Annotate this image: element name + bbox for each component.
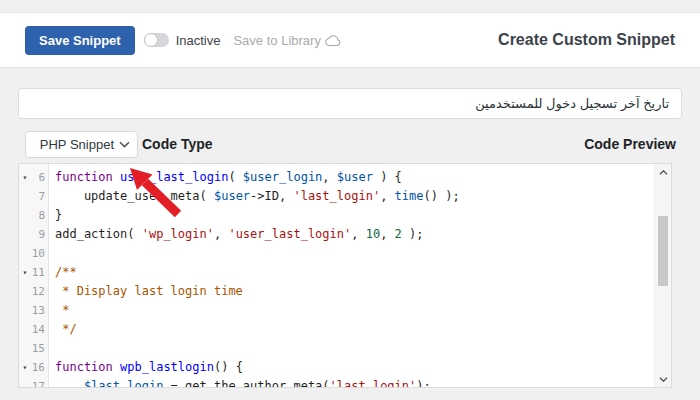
- code-line: 9add_action( 'wp_login', 'user_last_logi…: [19, 225, 654, 244]
- code-text: * Display last login time: [45, 282, 243, 301]
- code-line: 12 * Display last login time: [19, 282, 654, 301]
- line-number: 13: [31, 301, 45, 320]
- line-number: 10: [31, 244, 45, 263]
- status-label: Inactive: [176, 33, 221, 48]
- fold-spacer: [19, 377, 31, 388]
- code-text: */: [45, 320, 77, 339]
- code-text: }: [45, 206, 62, 225]
- line-number: 15: [31, 339, 45, 358]
- chevron-down-icon: [659, 377, 668, 382]
- line-number: 9: [31, 225, 45, 244]
- chevron-up-icon: [659, 170, 668, 175]
- fold-spacer: [19, 244, 31, 263]
- page-title: Create Custom Snippet: [498, 31, 675, 49]
- fold-spacer: [19, 206, 31, 225]
- code-line: 10: [19, 244, 654, 263]
- code-editor[interactable]: ▾6function user_last_login( $user_login,…: [18, 163, 672, 388]
- toggle-knob: [144, 33, 158, 47]
- code-text: [45, 339, 55, 358]
- line-number: 16: [31, 358, 45, 377]
- fold-marker-icon[interactable]: ▾: [19, 168, 31, 187]
- code-preview-label: Code Preview: [584, 131, 676, 158]
- save-to-library-button[interactable]: Save to Library: [233, 33, 341, 48]
- chevron-down-icon: [119, 141, 130, 148]
- code-text: /**: [45, 263, 77, 282]
- cloud-upload-icon: [324, 34, 342, 47]
- scroll-down-button[interactable]: [655, 372, 671, 386]
- code-type-select[interactable]: PHP Snippet: [25, 131, 138, 158]
- create-snippet-page: Save Snippet Inactive Save to Library Cr…: [0, 0, 700, 400]
- code-line: ▾16function wpb_lastlogin() {: [19, 358, 654, 377]
- code-text: function wpb_lastlogin() {: [45, 358, 243, 377]
- code-text: [45, 244, 55, 263]
- save-snippet-button[interactable]: Save Snippet: [25, 26, 135, 55]
- code-lines: ▾6function user_last_login( $user_login,…: [19, 168, 654, 388]
- line-number: 7: [31, 187, 45, 206]
- snippet-title-input[interactable]: [18, 88, 682, 119]
- fold-spacer: [19, 225, 31, 244]
- line-number: 17: [31, 377, 45, 388]
- scrollbar-thumb[interactable]: [658, 216, 668, 286]
- fold-marker-icon[interactable]: ▾: [19, 358, 31, 377]
- code-line: 17 $last_login = get_the_author_meta('la…: [19, 377, 654, 388]
- fold-spacer: [19, 187, 31, 206]
- code-line: ▾6function user_last_login( $user_login,…: [19, 168, 654, 187]
- line-number: 12: [31, 282, 45, 301]
- code-type-selected-value: PHP Snippet: [40, 137, 114, 152]
- code-line: 13 *: [19, 301, 654, 320]
- code-line: ▾11/**: [19, 263, 654, 282]
- code-text: add_action( 'wp_login', 'user_last_login…: [45, 225, 424, 244]
- fold-spacer: [19, 301, 31, 320]
- fold-spacer: [19, 282, 31, 301]
- fold-marker-icon[interactable]: ▾: [19, 263, 31, 282]
- code-text: *: [45, 301, 69, 320]
- line-number: 14: [31, 320, 45, 339]
- code-type-label: Code Type: [142, 131, 213, 158]
- editor-scrollbar: [654, 164, 671, 387]
- code-line: 8}: [19, 206, 654, 225]
- line-number: 8: [31, 206, 45, 225]
- active-toggle[interactable]: [144, 33, 169, 47]
- code-line: 7 update_user_meta( $user->ID, 'last_log…: [19, 187, 654, 206]
- toolbar: Save Snippet Inactive Save to Library Cr…: [0, 12, 700, 68]
- fold-spacer: [19, 339, 31, 358]
- fold-spacer: [19, 320, 31, 339]
- line-number: 6: [31, 168, 45, 187]
- save-to-library-label: Save to Library: [233, 33, 320, 48]
- code-text: $last_login = get_the_author_meta('last_…: [45, 377, 431, 388]
- code-text: update_user_meta( $user->ID, 'last_login…: [45, 187, 460, 206]
- code-line: 14 */: [19, 320, 654, 339]
- scroll-up-button[interactable]: [655, 165, 671, 179]
- code-line: 15: [19, 339, 654, 358]
- code-text: function user_last_login( $user_login, $…: [45, 168, 402, 187]
- line-number: 11: [31, 263, 45, 282]
